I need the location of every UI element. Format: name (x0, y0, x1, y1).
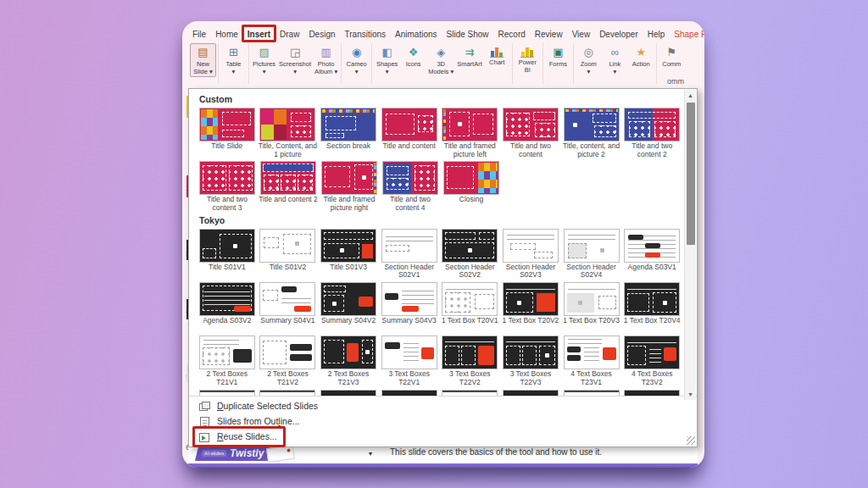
ribbon-button-smartart[interactable]: ⇉SmartArt (455, 43, 484, 69)
ribbon-button-pictures[interactable]: ▨Pictures▾ (251, 43, 277, 77)
tab-review[interactable]: Review (533, 27, 565, 42)
tab-home[interactable]: Home (214, 27, 240, 42)
layout-option-title-and-two-content[interactable]: Title and two content (501, 108, 560, 158)
ribbon-button-new-slide[interactable]: ▤NewSlide ▾ (190, 43, 216, 77)
layout-option-partial[interactable] (259, 390, 318, 396)
layout-option-title-s01v2[interactable]: Title S01V2 (259, 229, 318, 280)
layout-option-4-text-boxes-t23v2[interactable]: 4 Text Boxes T23V2 (622, 336, 682, 386)
scrollbar-thumb[interactable] (687, 103, 695, 245)
tab-slide-show[interactable]: Slide Show (445, 27, 491, 42)
tab-design[interactable]: Design (307, 27, 337, 42)
ribbon-button-screenshot[interactable]: ◲Screenshot▾ (277, 43, 313, 77)
layout-option-section-break[interactable]: Section break (319, 108, 378, 158)
layout-option-partial[interactable] (501, 390, 560, 396)
ribbon-button-zoom[interactable]: ◎Zoom▾ (576, 43, 602, 77)
layout-option-partial[interactable] (198, 390, 257, 396)
tab-help[interactable]: Help (646, 27, 667, 42)
layout-option-partial[interactable] (441, 390, 500, 396)
layout-option-title-and-content[interactable]: Title and content (380, 108, 439, 158)
layout-option-title-and-two-content-4[interactable]: Title and two content 4 (381, 161, 440, 212)
layout-option-title-and-framed-picture-right[interactable]: Title and framed picture right (320, 161, 379, 212)
layout-option-title-and-content-2[interactable]: Title and content 2 (259, 161, 318, 212)
layout-option-title-content-and-1-picture[interactable]: Title, Content, and 1 picture (259, 108, 318, 158)
layout-option-partial[interactable] (622, 390, 682, 396)
tab-developer[interactable]: Developer (598, 27, 640, 42)
layout-option-2-text-boxes-t21v2[interactable]: 2 Text Boxes T21V2 (259, 336, 318, 386)
layout-option-title-s01v3[interactable]: Title S01V3 (319, 229, 378, 280)
layout-option-section-header-s02v3[interactable]: Section Header S02V3 (501, 229, 560, 280)
layout-option-section-header-s02v4[interactable]: Section Header S02V4 (562, 229, 621, 280)
layout-option-2-text-boxes-t21v1[interactable]: 2 Text Boxes T21V1 (198, 336, 257, 386)
layout-label: Title Slide (211, 142, 242, 158)
ribbon-button-shapes[interactable]: ◧Shapes▾ (374, 43, 400, 77)
layout-option-3-text-boxes-t22v1[interactable]: 3 Text Boxes T22V1 (380, 336, 439, 386)
menu-item-duplicate-selected-slides[interactable]: Duplicate Selected Slides (189, 398, 697, 413)
tab-animations[interactable]: Animations (393, 27, 438, 42)
ribbon-button-label: Table (226, 60, 242, 68)
reuse-icon (199, 432, 210, 441)
ribbon-group: ◧Shapes▾❖Icons◈3DModels ▾⇉SmartArtChart (372, 43, 513, 84)
layout-option-3-text-boxes-t22v3[interactable]: 3 Text Boxes T22V3 (501, 336, 560, 386)
tab-draw[interactable]: Draw (278, 27, 301, 42)
layout-label: 3 Text Boxes T22V2 (441, 370, 500, 386)
layout-thumbnail-preview (503, 229, 559, 263)
menu-item-slides-from-outline[interactable]: Slides from Outline... (189, 413, 697, 429)
layout-option-summary-s04v2[interactable]: Summary S04V2 (319, 282, 378, 333)
ribbon-button-icons[interactable]: ❖Icons (400, 43, 426, 69)
tab-insert[interactable]: Insert (246, 27, 272, 42)
layout-option-partial[interactable] (380, 390, 439, 396)
layout-option-section-header-s02v1[interactable]: Section Header S02V1 (380, 229, 439, 280)
layout-option-agenda-s03v2[interactable]: Agenda S03V2 (198, 282, 257, 333)
layout-option-summary-s04v1[interactable]: Summary S04V1 (259, 282, 318, 333)
layout-option-agenda-s03v1[interactable]: Agenda S03V1 (622, 229, 682, 280)
layout-option-section-header-s02v2[interactable]: Section Header S02V2 (441, 229, 500, 280)
layout-option-title-and-framed-picture-left[interactable]: Title and framed picture left (441, 108, 500, 158)
tab-shape-format[interactable]: Shape Format (672, 27, 704, 42)
ribbon-button-link[interactable]: ∞Link▾ (602, 43, 628, 77)
layout-option-1-text-box-t20v1[interactable]: 1 Text Box T20V1 (441, 282, 500, 333)
layout-option-summary-s04v3[interactable]: Summary S04V3 (380, 282, 439, 333)
gallery-scrollbar[interactable]: ▲ ▼ (684, 90, 696, 400)
ribbon-group: ▤NewSlide ▾ (188, 43, 219, 84)
tab-view[interactable]: View (570, 27, 593, 42)
layout-option-2-text-boxes-t21v3[interactable]: 2 Text Boxes T21V3 (319, 336, 378, 386)
layout-option-partial[interactable] (319, 390, 378, 396)
ribbon-button-cameo[interactable]: ◉Cameo▾ (343, 43, 370, 77)
scroll-down-icon[interactable]: ▼ (685, 389, 696, 400)
ribbon-button-chart[interactable]: Chart (484, 43, 510, 68)
ribbon-button-forms[interactable]: ▣Forms (545, 43, 571, 69)
layout-option-1-text-box-t20v4[interactable]: 1 Text Box T20V4 (622, 282, 682, 333)
layout-option-1-text-box-t20v3[interactable]: 1 Text Box T20V3 (562, 282, 621, 333)
layout-option-1-text-box-t20v2[interactable]: 1 Text Box T20V2 (501, 282, 560, 333)
layout-option-4-text-boxes-t23v1[interactable]: 4 Text Boxes T23V1 (562, 336, 621, 386)
action-icon: ★ (636, 45, 646, 59)
layout-option-title-slide[interactable]: Title Slide (198, 108, 257, 158)
layout-option-title-and-two-content-3[interactable]: Title and two content 3 (198, 161, 257, 212)
layout-label: Section Header S02V3 (501, 263, 560, 280)
ribbon-button-label: Album ▾ (314, 68, 337, 75)
tab-transitions[interactable]: Transitions (343, 27, 388, 42)
ribbon-button-action[interactable]: ★Action (628, 43, 654, 69)
photo-album-icon: ▥ (320, 45, 331, 59)
ribbon-button-photo-album[interactable]: ▥PhotoAlbum ▾ (313, 43, 339, 77)
ribbon-button-comm[interactable]: ⚑Comm (659, 43, 685, 69)
screenshot-canvas: FileHomeInsertDrawDesignTransitionsAnima… (0, 0, 868, 488)
layout-option-title-s01v1[interactable]: Title S01V1 (198, 229, 257, 280)
layout-option-closing[interactable]: Closing (442, 161, 501, 212)
layout-label: Section Header S02V4 (562, 263, 621, 280)
tab-file[interactable]: File (191, 27, 208, 42)
resize-grip[interactable] (687, 436, 695, 445)
layout-option-3-text-boxes-t22v2[interactable]: 3 Text Boxes T22V2 (441, 336, 500, 386)
layout-option-partial[interactable] (562, 390, 621, 396)
menu-item-reuse-slides[interactable]: Reuse Slides... (189, 429, 697, 444)
ribbon-button-power-bi[interactable]: PowerBI (515, 43, 541, 75)
ribbon-button-3d-models[interactable]: ◈3DModels ▾ (426, 43, 455, 77)
tab-record[interactable]: Record (497, 27, 527, 42)
layout-label: Summary S04V2 (321, 317, 376, 333)
layout-label: 2 Text Boxes T21V3 (319, 370, 378, 386)
layout-option-title-content-and-picture-2[interactable]: Title, content, and picture 2 (562, 108, 621, 158)
ribbon-button-table[interactable]: ⊞Table▾ (220, 43, 247, 77)
scroll-up-icon[interactable]: ▲ (685, 90, 696, 101)
layout-option-title-and-two-content-2[interactable]: Title and two content 2 (622, 108, 682, 158)
layout-label: Section Header S02V2 (441, 263, 500, 280)
